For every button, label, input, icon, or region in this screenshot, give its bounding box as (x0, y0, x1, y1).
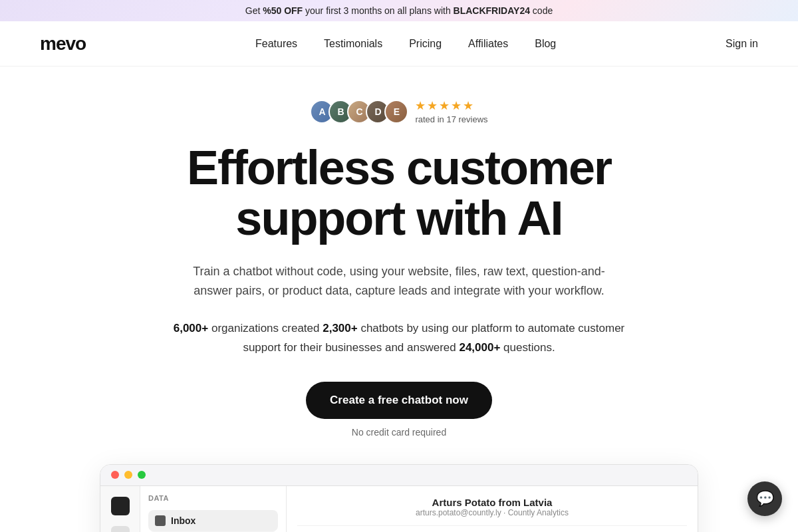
no-card-text: No credit card required (352, 427, 446, 438)
message-detail-pane: Arturs Potato from Latvia arturs.potato@… (287, 486, 698, 532)
window-minimize-dot (124, 471, 132, 479)
inbox-label: Inbox (171, 515, 196, 526)
nav-links: Features Testimonials Pricing Affiliates… (255, 38, 556, 50)
nav-testimonials[interactable]: Testimonials (324, 38, 382, 49)
stat-num2: 2,300+ (323, 322, 357, 334)
promo-banner: Get %50 OFF your first 3 months on all p… (0, 0, 798, 21)
window-close-dot (111, 471, 119, 479)
hero-stats: 6,000+ organizations created 2,300+ chat… (173, 319, 625, 358)
banner-suffix: code (530, 5, 553, 16)
window-top-bar (100, 465, 698, 486)
chat-widget-icon: 💬 (756, 490, 774, 507)
navbar: mevo Features Testimonials Pricing Affil… (0, 21, 798, 66)
nav-blog[interactable]: Blog (535, 38, 556, 49)
avatar: E (384, 100, 408, 124)
inbox-list: DATA Inbox AP Arturs Potato 38 minutes a… (140, 486, 287, 532)
logo[interactable]: mevo (40, 33, 86, 55)
stat-text1: organizations created (208, 322, 323, 334)
dashboard-body: DATA Inbox AP Arturs Potato 38 minutes a… (100, 486, 698, 532)
stat-text3: questions. (500, 341, 555, 354)
stat-num3: 24,000+ (459, 341, 500, 354)
star-rating: ★★★★★ (415, 98, 475, 113)
nav-features[interactable]: Features (255, 38, 297, 49)
detail-contact-name: Arturs Potato from Latvia (297, 497, 687, 508)
chat-widget-button[interactable]: 💬 (747, 481, 782, 516)
dashboard-sidebar (100, 486, 140, 532)
nav-pricing[interactable]: Pricing (409, 38, 442, 49)
hero-subheadline: Train a chatbot without code, using your… (186, 262, 612, 301)
sidebar-home-icon[interactable] (111, 497, 130, 515)
review-info: ★★★★★ rated in 17 reviews (415, 98, 487, 124)
signin-button[interactable]: Sign in (726, 38, 758, 50)
detail-header: Arturs Potato from Latvia arturs.potato@… (297, 497, 687, 526)
social-proof: A B C D E ★★★★★ rated in 17 reviews (310, 98, 487, 124)
headline-line1: Effortless customer (187, 141, 611, 194)
data-label: DATA (148, 494, 169, 502)
hero-section: A B C D E ★★★★★ rated in 17 reviews Effo… (0, 66, 798, 532)
cta-button[interactable]: Create a free chatbot now (306, 382, 492, 419)
hero-headline: Effortless customer support with AI (187, 143, 611, 243)
stat-num1: 6,000+ (174, 322, 208, 334)
review-count: rated in 17 reviews (415, 114, 487, 124)
nav-affiliates[interactable]: Affiliates (468, 38, 508, 49)
banner-highlight2: BLACKFRIDAY24 (454, 5, 530, 16)
banner-middle: your first 3 months on all plans with (303, 5, 453, 16)
inbox-tab[interactable]: Inbox (148, 510, 278, 531)
avatar-group: A B C D E (310, 100, 408, 124)
detail-contact-email: arturs.potato@countly.ly · Countly Analy… (297, 508, 687, 517)
banner-highlight1: %50 OFF (263, 5, 303, 16)
window-maximize-dot (138, 471, 146, 479)
dashboard-main: DATA Inbox AP Arturs Potato 38 minutes a… (140, 486, 698, 532)
dashboard-preview: DATA Inbox AP Arturs Potato 38 minutes a… (100, 464, 698, 532)
data-label-header: DATA (148, 494, 278, 502)
banner-prefix: Get (245, 5, 263, 16)
headline-line2: support with AI (235, 192, 562, 245)
sidebar-data-icon[interactable] (111, 526, 130, 532)
inbox-icon (155, 515, 166, 526)
